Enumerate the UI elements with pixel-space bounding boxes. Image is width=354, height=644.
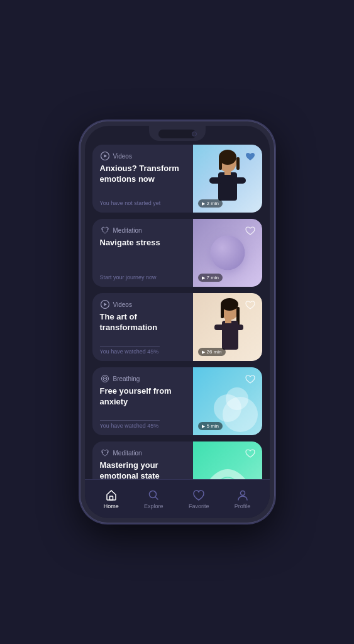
card-videos-transformation[interactable]: Videos The art of transformation You hav… xyxy=(92,293,262,361)
svg-rect-18 xyxy=(232,325,243,330)
card-left-4: Breathing Free yourself from anxiety You… xyxy=(92,367,193,435)
card-videos-anxious[interactable]: Videos Anxious? Transform emotions now Y… xyxy=(92,145,262,213)
card-status-4: You have watched 45% xyxy=(100,423,185,429)
card-title-3: The art of transformation xyxy=(100,312,185,341)
svg-rect-4 xyxy=(219,157,222,170)
duration-text-2: 7 min xyxy=(207,275,219,280)
category-label-5: Meditation xyxy=(113,450,142,457)
category-row-5: Meditation xyxy=(100,448,185,458)
svg-rect-19 xyxy=(225,318,231,323)
svg-rect-5 xyxy=(236,157,240,170)
card-right-5: ▶ 3 min xyxy=(193,441,262,479)
category-row-1: Videos xyxy=(100,151,185,161)
card-left-1: Videos Anxious? Transform emotions now Y… xyxy=(92,145,193,213)
search-icon xyxy=(147,489,160,501)
category-label-1: Videos xyxy=(113,153,132,160)
svg-rect-26 xyxy=(109,496,113,500)
duration-badge-2: ▶ 7 min xyxy=(198,274,223,282)
card-title-5: Mastering your emotional state xyxy=(100,460,185,479)
card-meditation-stress[interactable]: Meditation Navigate stress Start your jo… xyxy=(92,219,262,287)
play-icon-4: ▶ xyxy=(202,424,205,429)
notch-pill xyxy=(158,130,196,138)
phone-frame: Videos Anxious? Transform emotions now Y… xyxy=(80,121,275,523)
card-right-3: ▶ 26 min xyxy=(193,293,262,361)
play-icon-3: ▶ xyxy=(202,350,205,355)
duration-text-1: 2 min xyxy=(207,201,219,206)
heart-button-5[interactable] xyxy=(243,447,257,460)
heart-outline-icon-2 xyxy=(245,226,255,235)
progress-line-3 xyxy=(100,346,160,347)
nav-label-explore: Explore xyxy=(144,503,163,509)
heart-filled-icon xyxy=(245,152,255,161)
card-status-2: Start your journey now xyxy=(100,274,185,280)
card-left-5: Meditation Mastering your emotional stat… xyxy=(92,441,193,479)
card-left-2: Meditation Navigate stress Start your jo… xyxy=(92,219,193,287)
heart-nav-icon xyxy=(192,489,205,501)
notch xyxy=(149,126,206,141)
card-meditation-emotional[interactable]: Meditation Mastering your emotional stat… xyxy=(92,441,262,479)
card-left-3: Videos The art of transformation You hav… xyxy=(92,293,193,361)
category-label-3: Videos xyxy=(113,301,132,308)
duration-text-3: 26 min xyxy=(207,349,222,355)
nav-item-explore[interactable]: Explore xyxy=(139,486,169,512)
phone-screen: Videos Anxious? Transform emotions now Y… xyxy=(85,126,270,518)
nav-item-home[interactable]: Home xyxy=(99,486,124,512)
camera-dot xyxy=(192,131,197,136)
progress-line-4 xyxy=(100,420,160,421)
category-row-3: Videos xyxy=(100,299,185,309)
svg-marker-11 xyxy=(104,303,107,306)
heart-button-2[interactable] xyxy=(243,224,257,238)
play-icon-2: ▶ xyxy=(202,275,205,280)
card-title-4: Free yourself from anxiety xyxy=(100,386,185,416)
nav-label-profile: Profile xyxy=(235,503,251,509)
nav-label-home: Home xyxy=(104,503,119,509)
svg-rect-9 xyxy=(224,170,231,175)
heart-outline-icon-4 xyxy=(245,375,255,384)
lotus-icon-1 xyxy=(100,225,110,235)
svg-rect-6 xyxy=(218,172,237,201)
svg-line-28 xyxy=(156,497,158,500)
svg-point-25 xyxy=(226,387,248,410)
duration-text-4: 5 min xyxy=(207,423,219,429)
duration-badge-4: ▶ 5 min xyxy=(198,422,223,430)
category-label-2: Meditation xyxy=(113,227,142,234)
svg-rect-14 xyxy=(221,304,224,318)
profile-icon xyxy=(236,489,249,501)
heart-button-3[interactable] xyxy=(243,298,257,312)
svg-rect-8 xyxy=(232,177,246,184)
heart-outline-icon-3 xyxy=(245,301,255,309)
duration-badge-3: ▶ 26 min xyxy=(198,348,226,356)
play-icon-1: ▶ xyxy=(202,201,205,206)
card-status-3: You have watched 45% xyxy=(100,348,185,355)
heart-button-1[interactable] xyxy=(243,150,257,164)
svg-point-22 xyxy=(104,378,106,379)
play-circle-icon xyxy=(100,151,110,161)
lotus-icon-2 xyxy=(100,448,110,458)
heart-outline-icon-5 xyxy=(245,449,255,458)
card-status-1: You have not started yet xyxy=(100,200,185,206)
home-icon xyxy=(105,489,118,501)
bottom-nav: Home Explore Favorite xyxy=(85,479,270,518)
category-row-2: Meditation xyxy=(100,225,185,235)
svg-rect-7 xyxy=(209,177,223,184)
category-label-4: Breathing xyxy=(113,375,140,382)
card-right-2: ▶ 7 min xyxy=(193,219,262,287)
category-row-4: Breathing xyxy=(100,374,185,384)
nav-item-profile[interactable]: Profile xyxy=(230,486,256,512)
duration-badge-1: ▶ 2 min xyxy=(198,199,223,208)
content-area[interactable]: Videos Anxious? Transform emotions now Y… xyxy=(85,126,270,479)
svg-point-29 xyxy=(240,491,245,496)
breathing-icon xyxy=(100,374,110,384)
svg-marker-1 xyxy=(104,155,107,158)
svg-rect-17 xyxy=(214,325,226,330)
card-title-1: Anxious? Transform emotions now xyxy=(100,164,185,197)
card-breathing-anxiety[interactable]: Breathing Free yourself from anxiety You… xyxy=(92,367,262,435)
nav-item-favorite[interactable]: Favorite xyxy=(184,486,214,512)
card-title-2: Navigate stress xyxy=(100,238,185,272)
meditation-orb-1 xyxy=(210,236,245,270)
heart-button-4[interactable] xyxy=(243,372,257,386)
nav-label-favorite: Favorite xyxy=(189,503,209,509)
card-right-1: ▶ 2 min xyxy=(193,145,262,213)
play-circle-icon-2 xyxy=(100,299,110,309)
svg-point-27 xyxy=(150,491,157,498)
